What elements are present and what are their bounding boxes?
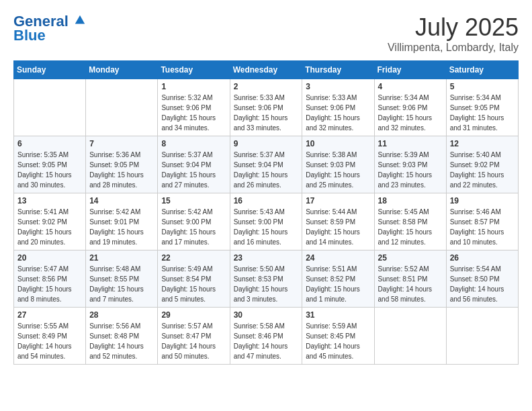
calendar-cell: 9Sunrise: 5:37 AM Sunset: 9:04 PM Daylig… bbox=[230, 136, 302, 193]
calendar-cell: 11Sunrise: 5:39 AM Sunset: 9:03 PM Dayli… bbox=[374, 136, 446, 193]
day-number: 3 bbox=[306, 82, 370, 91]
day-info: Sunrise: 5:52 AM Sunset: 8:51 PM Dayligh… bbox=[378, 264, 443, 304]
day-number: 2 bbox=[234, 82, 299, 91]
calendar-cell: 16Sunrise: 5:43 AM Sunset: 9:00 PM Dayli… bbox=[230, 193, 302, 250]
calendar-cell: 22Sunrise: 5:49 AM Sunset: 8:54 PM Dayli… bbox=[158, 250, 230, 308]
weekday-header-row: SundayMondayTuesdayWednesdayThursdayFrid… bbox=[14, 61, 519, 79]
calendar-cell: 6Sunrise: 5:35 AM Sunset: 9:05 PM Daylig… bbox=[14, 136, 86, 193]
day-number: 15 bbox=[161, 196, 226, 205]
calendar-cell: 8Sunrise: 5:37 AM Sunset: 9:04 PM Daylig… bbox=[158, 136, 230, 193]
calendar-cell: 28Sunrise: 5:56 AM Sunset: 8:48 PM Dayli… bbox=[86, 308, 158, 365]
day-number: 6 bbox=[17, 139, 82, 148]
day-number: 17 bbox=[306, 196, 370, 205]
day-number: 22 bbox=[161, 253, 226, 263]
calendar-cell: 27Sunrise: 5:55 AM Sunset: 8:49 PM Dayli… bbox=[14, 308, 86, 365]
calendar-cell: 19Sunrise: 5:46 AM Sunset: 8:57 PM Dayli… bbox=[446, 193, 518, 250]
calendar-cell: 12Sunrise: 5:40 AM Sunset: 9:02 PM Dayli… bbox=[446, 136, 518, 193]
day-info: Sunrise: 5:46 AM Sunset: 8:57 PM Dayligh… bbox=[450, 207, 515, 247]
day-info: Sunrise: 5:59 AM Sunset: 8:45 PM Dayligh… bbox=[306, 321, 370, 361]
day-info: Sunrise: 5:34 AM Sunset: 9:05 PM Dayligh… bbox=[450, 93, 515, 133]
day-info: Sunrise: 5:36 AM Sunset: 9:05 PM Dayligh… bbox=[89, 150, 154, 190]
svg-marker-0 bbox=[75, 15, 85, 24]
day-info: Sunrise: 5:58 AM Sunset: 8:46 PM Dayligh… bbox=[234, 321, 299, 361]
day-info: Sunrise: 5:35 AM Sunset: 9:05 PM Dayligh… bbox=[17, 150, 82, 190]
calendar-week-row: 27Sunrise: 5:55 AM Sunset: 8:49 PM Dayli… bbox=[14, 308, 519, 365]
day-info: Sunrise: 5:33 AM Sunset: 9:06 PM Dayligh… bbox=[234, 93, 299, 133]
calendar-cell: 10Sunrise: 5:38 AM Sunset: 9:03 PM Dayli… bbox=[302, 136, 374, 193]
day-info: Sunrise: 5:37 AM Sunset: 9:04 PM Dayligh… bbox=[161, 150, 226, 190]
calendar-cell: 26Sunrise: 5:54 AM Sunset: 8:50 PM Dayli… bbox=[446, 250, 518, 308]
calendar-cell: 15Sunrise: 5:42 AM Sunset: 9:00 PM Dayli… bbox=[158, 193, 230, 250]
day-info: Sunrise: 5:37 AM Sunset: 9:04 PM Dayligh… bbox=[234, 150, 299, 190]
location-title: Villimpenta, Lombardy, Italy bbox=[388, 42, 519, 54]
month-title: July 2025 bbox=[388, 13, 519, 42]
weekday-header-wednesday: Wednesday bbox=[230, 61, 302, 79]
day-number: 30 bbox=[234, 310, 299, 320]
day-number: 18 bbox=[378, 196, 443, 205]
day-info: Sunrise: 5:45 AM Sunset: 8:58 PM Dayligh… bbox=[378, 207, 443, 247]
day-number: 16 bbox=[234, 196, 299, 205]
calendar-cell: 7Sunrise: 5:36 AM Sunset: 9:05 PM Daylig… bbox=[86, 136, 158, 193]
day-number: 19 bbox=[450, 196, 515, 205]
day-number: 29 bbox=[161, 310, 226, 320]
weekday-header-friday: Friday bbox=[374, 61, 446, 79]
calendar-cell bbox=[446, 308, 518, 365]
day-info: Sunrise: 5:55 AM Sunset: 8:49 PM Dayligh… bbox=[17, 321, 82, 361]
calendar-cell: 21Sunrise: 5:48 AM Sunset: 8:55 PM Dayli… bbox=[86, 250, 158, 308]
day-number: 21 bbox=[89, 253, 154, 263]
day-number: 23 bbox=[234, 253, 299, 263]
calendar-week-row: 20Sunrise: 5:47 AM Sunset: 8:56 PM Dayli… bbox=[14, 250, 519, 308]
day-info: Sunrise: 5:44 AM Sunset: 8:59 PM Dayligh… bbox=[306, 207, 370, 247]
calendar-cell: 2Sunrise: 5:33 AM Sunset: 9:06 PM Daylig… bbox=[230, 79, 302, 136]
calendar-cell: 5Sunrise: 5:34 AM Sunset: 9:05 PM Daylig… bbox=[446, 79, 518, 136]
day-number: 24 bbox=[306, 253, 370, 263]
calendar-cell bbox=[374, 308, 446, 365]
day-number: 12 bbox=[450, 139, 515, 148]
calendar-cell: 31Sunrise: 5:59 AM Sunset: 8:45 PM Dayli… bbox=[302, 308, 374, 365]
day-number: 7 bbox=[89, 139, 154, 148]
day-info: Sunrise: 5:48 AM Sunset: 8:55 PM Dayligh… bbox=[89, 264, 154, 304]
weekday-header-saturday: Saturday bbox=[446, 61, 518, 79]
page-header: General Blue July 2025 Villimpenta, Lomb… bbox=[13, 13, 519, 54]
calendar-cell bbox=[14, 79, 86, 136]
day-number: 28 bbox=[89, 310, 154, 320]
day-info: Sunrise: 5:42 AM Sunset: 9:01 PM Dayligh… bbox=[89, 207, 154, 247]
day-info: Sunrise: 5:51 AM Sunset: 8:52 PM Dayligh… bbox=[306, 264, 370, 304]
day-info: Sunrise: 5:38 AM Sunset: 9:03 PM Dayligh… bbox=[306, 150, 370, 190]
day-number: 31 bbox=[306, 310, 370, 320]
day-number: 8 bbox=[161, 139, 226, 148]
day-info: Sunrise: 5:56 AM Sunset: 8:48 PM Dayligh… bbox=[89, 321, 154, 361]
calendar-cell: 14Sunrise: 5:42 AM Sunset: 9:01 PM Dayli… bbox=[86, 193, 158, 250]
calendar-cell: 23Sunrise: 5:50 AM Sunset: 8:53 PM Dayli… bbox=[230, 250, 302, 308]
day-number: 26 bbox=[450, 253, 515, 263]
day-info: Sunrise: 5:49 AM Sunset: 8:54 PM Dayligh… bbox=[161, 264, 226, 304]
calendar-week-row: 1Sunrise: 5:32 AM Sunset: 9:06 PM Daylig… bbox=[14, 79, 519, 136]
day-info: Sunrise: 5:43 AM Sunset: 9:00 PM Dayligh… bbox=[234, 207, 299, 247]
weekday-header-monday: Monday bbox=[86, 61, 158, 79]
calendar-cell: 1Sunrise: 5:32 AM Sunset: 9:06 PM Daylig… bbox=[158, 79, 230, 136]
title-block: July 2025 Villimpenta, Lombardy, Italy bbox=[388, 13, 519, 54]
calendar-cell: 30Sunrise: 5:58 AM Sunset: 8:46 PM Dayli… bbox=[230, 308, 302, 365]
day-number: 25 bbox=[378, 253, 443, 263]
day-info: Sunrise: 5:57 AM Sunset: 8:47 PM Dayligh… bbox=[161, 321, 226, 361]
day-number: 1 bbox=[161, 82, 226, 91]
day-number: 5 bbox=[450, 82, 515, 91]
day-number: 9 bbox=[234, 139, 299, 148]
weekday-header-sunday: Sunday bbox=[14, 61, 86, 79]
day-info: Sunrise: 5:39 AM Sunset: 9:03 PM Dayligh… bbox=[378, 150, 443, 190]
weekday-header-tuesday: Tuesday bbox=[158, 61, 230, 79]
calendar-cell bbox=[86, 79, 158, 136]
day-number: 14 bbox=[89, 196, 154, 205]
calendar-cell: 25Sunrise: 5:52 AM Sunset: 8:51 PM Dayli… bbox=[374, 250, 446, 308]
calendar-cell: 3Sunrise: 5:33 AM Sunset: 9:06 PM Daylig… bbox=[302, 79, 374, 136]
calendar-cell: 20Sunrise: 5:47 AM Sunset: 8:56 PM Dayli… bbox=[14, 250, 86, 308]
day-number: 20 bbox=[17, 253, 82, 263]
day-info: Sunrise: 5:47 AM Sunset: 8:56 PM Dayligh… bbox=[17, 264, 82, 304]
day-number: 11 bbox=[378, 139, 443, 148]
day-info: Sunrise: 5:34 AM Sunset: 9:06 PM Dayligh… bbox=[378, 93, 443, 133]
calendar-cell: 18Sunrise: 5:45 AM Sunset: 8:58 PM Dayli… bbox=[374, 193, 446, 250]
calendar-cell: 13Sunrise: 5:41 AM Sunset: 9:02 PM Dayli… bbox=[14, 193, 86, 250]
logo: General Blue bbox=[13, 13, 86, 44]
day-info: Sunrise: 5:40 AM Sunset: 9:02 PM Dayligh… bbox=[450, 150, 515, 190]
calendar-table: SundayMondayTuesdayWednesdayThursdayFrid… bbox=[13, 60, 519, 365]
